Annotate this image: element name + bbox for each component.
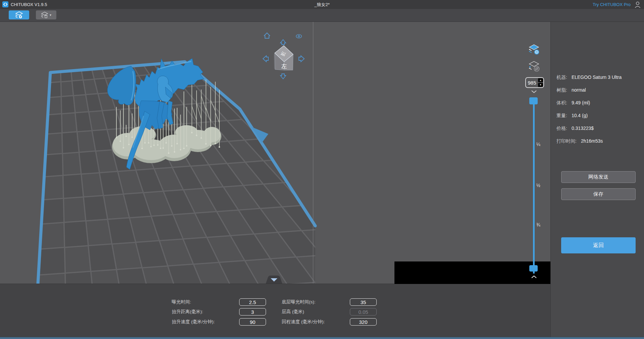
arrow-down-icon[interactable] — [280, 74, 286, 79]
lift-speed-label: 抬升速度 (毫米/分钟): — [172, 318, 215, 326]
layers-visible-icon[interactable] — [528, 44, 540, 55]
arrow-up-icon[interactable] — [280, 40, 286, 45]
stat-resin: 树脂:normal — [556, 84, 640, 96]
viewport-splitter[interactable] — [313, 22, 313, 284]
exposure-time-label: 曝光时间: — [172, 298, 191, 306]
lift-distance-label: 抬升距离(毫米): — [172, 308, 203, 316]
arrow-left-icon[interactable] — [263, 56, 268, 62]
network-send-button[interactable]: 网络发送 — [561, 171, 636, 183]
layer-number-value[interactable]: 985 — [526, 80, 538, 86]
layer-slider-bottom-handle[interactable] — [529, 265, 538, 272]
slider-mark-quarter: ¼ — [536, 142, 546, 147]
viewport: 顶 左 985 ▲ ▼ — [0, 22, 550, 284]
account-icon[interactable] — [634, 1, 641, 8]
3d-scene-canvas[interactable]: 顶 左 — [0, 22, 550, 284]
toolbar: ▾ — [0, 9, 644, 22]
delete-slice-button[interactable]: ▾ — [36, 10, 56, 19]
layer-slider-track[interactable] — [533, 101, 535, 274]
lift-speed-input[interactable] — [239, 318, 266, 326]
stat-price: 价格:0.313223$ — [556, 122, 640, 135]
try-pro-link[interactable]: Try CHITUBOX Pro — [593, 0, 631, 9]
bottom-exposure-label: 底层曝光时间(s): — [282, 298, 316, 306]
chevron-down-icon[interactable] — [531, 90, 537, 93]
stat-print-time: 打印时间:2h16m53s — [556, 135, 640, 147]
eye-icon[interactable] — [296, 35, 302, 38]
spin-down-button[interactable]: ▼ — [538, 83, 543, 87]
exposure-time-input[interactable] — [239, 298, 266, 306]
print-stats: 机器:ELEGOO Saturn 3 Ultra 树脂:normal 体积:9.… — [556, 71, 640, 147]
stat-volume: 体积:9.49 (ml) — [556, 96, 640, 109]
layers-hidden-icon[interactable] — [528, 61, 540, 72]
layer-height-label: 层高 (毫米) — [282, 308, 304, 316]
layer-height-input — [350, 308, 377, 316]
spin-up-button[interactable]: ▲ — [538, 78, 543, 82]
chitubox-logo-icon — [2, 1, 8, 7]
slider-mark-half: ½ — [536, 183, 546, 188]
document-title: _狼女2* — [0, 0, 644, 9]
title-bar: CHITUBOX V1.9.5 _狼女2* Try CHITUBOX Pro — [0, 0, 644, 9]
nav-cube-cluster[interactable]: 顶 左 — [263, 33, 304, 79]
cube-front-face-label: 左 — [281, 63, 287, 70]
slice-view-button[interactable] — [9, 10, 29, 19]
slider-mark-three-quarter: ¾ — [536, 222, 546, 228]
app-version-title: CHITUBOX V1.9.5 — [11, 0, 47, 9]
retract-speed-input[interactable] — [350, 318, 377, 326]
slice-preview-area — [394, 261, 550, 284]
window-bottom-strip — [0, 337, 644, 339]
chevron-up-icon[interactable] — [531, 275, 537, 279]
stat-weight: 重量:10.4 (g) — [556, 109, 640, 122]
retract-speed-label: 回程速度 (毫米/分钟): — [282, 318, 325, 326]
slice-layers-delete-icon — [41, 12, 48, 18]
arrow-right-icon[interactable] — [299, 56, 304, 62]
save-button[interactable]: 保存 — [561, 188, 636, 200]
nav-cube[interactable]: 顶 左 — [274, 46, 293, 70]
home-icon[interactable] — [264, 33, 270, 38]
slice-layers-view-icon — [15, 11, 23, 19]
build-plate — [34, 62, 476, 284]
layer-number-spinner[interactable]: 985 ▲ ▼ — [525, 77, 544, 88]
print-settings-panel: 曝光时间: 抬升距离(毫米): 抬升速度 (毫米/分钟): 底层曝光时间(s):… — [0, 284, 550, 338]
lift-distance-input[interactable] — [239, 308, 266, 316]
chevron-down-icon[interactable]: ▾ — [50, 13, 51, 17]
bottom-exposure-input[interactable] — [350, 298, 377, 306]
info-panel: 机器:ELEGOO Saturn 3 Ultra 树脂:normal 体积:9.… — [550, 22, 644, 339]
back-button[interactable]: 返回 — [561, 237, 636, 253]
stat-machine: 机器:ELEGOO Saturn 3 Ultra — [556, 71, 640, 84]
